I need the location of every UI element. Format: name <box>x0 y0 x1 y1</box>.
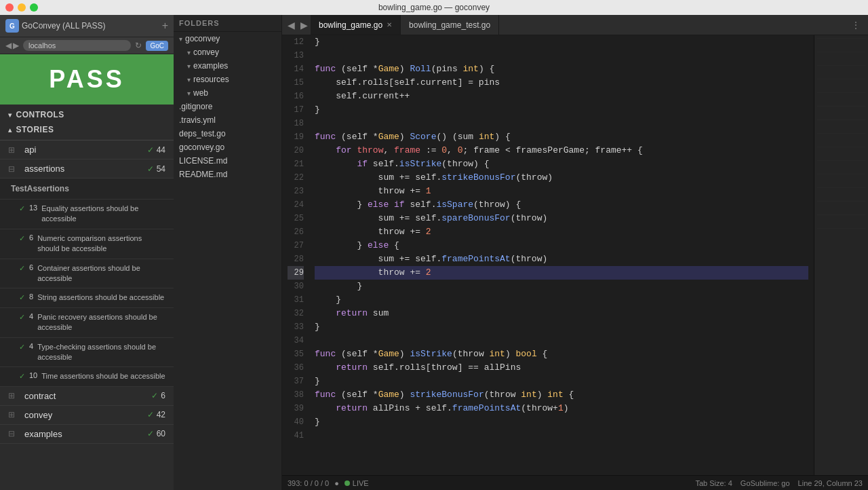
check-icon: ✓ <box>19 204 25 213</box>
minimize-button[interactable] <box>18 3 26 12</box>
maximize-button[interactable] <box>30 3 38 12</box>
controls-nav-item[interactable]: ▾ CONTROLS <box>0 107 174 122</box>
story-name: contract <box>24 391 151 401</box>
browser-title: GoConvey (ALL PASS) <box>22 21 159 31</box>
sub-text: Equality assertions should be accessible <box>41 204 165 225</box>
tree-arrow-icon: ▾ <box>187 90 191 97</box>
sub-text: Numeric comparison assertions should be … <box>37 233 165 255</box>
browser-bar: G GoConvey (ALL PASS) + <box>0 15 174 37</box>
controls-label: CONTROLS <box>16 110 64 119</box>
sub-item-numeric[interactable]: ✓ 6 Numeric comparison assertions should… <box>0 229 174 259</box>
story-expand-icon[interactable]: ⊞ <box>8 410 19 419</box>
tab-bar: ◀ ▶ bowling_game.go ✕ bowling_game_test.… <box>282 15 868 35</box>
tree-item-travis[interactable]: .travis.yml <box>174 113 281 127</box>
live-indicator: LIVE <box>344 479 369 487</box>
status-right: Tab Size: 4 GoSublime: go Line 29, Colum… <box>695 479 863 487</box>
status-divider: ● <box>334 479 339 487</box>
sub-text: String assertions should be accessible <box>37 293 164 303</box>
tab-prev-icon[interactable]: ◀ <box>285 20 298 31</box>
sub-item-equality[interactable]: ✓ 13 Equality assertions should be acces… <box>0 200 174 229</box>
story-name: assertions <box>24 164 147 174</box>
code-editor[interactable]: 12 13 14 15 16 17 18 19 20 21 22 23 24 2… <box>282 35 814 475</box>
story-name: convey <box>24 410 147 420</box>
sub-count: 13 <box>29 204 37 212</box>
close-button[interactable] <box>5 3 14 12</box>
live-label: LIVE <box>353 479 369 487</box>
window-title: bowling_game.go — goconvey <box>378 3 490 12</box>
tree-item-examples[interactable]: ▾ examples <box>174 59 281 73</box>
story-expand-icon[interactable]: ⊞ <box>8 391 19 400</box>
tab-bowling-game[interactable]: bowling_game.go ✕ <box>311 15 401 35</box>
check-icon: ✓ <box>19 293 25 302</box>
check-icon: ✓ <box>19 264 25 273</box>
check-icon: ✓ <box>19 343 25 352</box>
tree-item-resources[interactable]: ▾ resources <box>174 73 281 86</box>
stories-list: ⊞ api ✓ 44 ⊟ assertions ✓ 54 TestAsserti… <box>0 140 174 490</box>
sub-text: Container assertions should be accessibl… <box>37 263 165 284</box>
file-tree: FOLDERS ▾ goconvey ▾ convey ▾ examples ▾… <box>174 15 282 490</box>
tree-item-depstest[interactable]: deps_test.go <box>174 127 281 140</box>
stories-nav-item[interactable]: ▴ STORIES <box>0 122 174 137</box>
sub-count: 10 <box>29 371 37 379</box>
url-input[interactable] <box>23 40 131 51</box>
sub-count: 8 <box>29 293 33 301</box>
tree-item-readme[interactable]: README.md <box>174 168 281 181</box>
sub-text: Panic recovery assertions should be acce… <box>37 312 165 333</box>
url-bar: ◀ ▶ ↻ GoC <box>0 37 174 54</box>
tree-item-goconveygo[interactable]: goconvey.go <box>174 140 281 154</box>
story-expand-icon[interactable]: ⊟ <box>8 429 19 438</box>
tab-close-icon[interactable]: ✕ <box>387 21 392 29</box>
check-icon: ✓ <box>19 234 25 243</box>
status-bar: 393: 0 / 0 / 0 ● LIVE Tab Size: 4 GoSubl… <box>282 475 868 490</box>
tree-item-gitignore[interactable]: .gitignore <box>174 100 281 113</box>
tab-label: bowling_game.go <box>319 20 382 30</box>
story-count: ✓ 60 <box>147 429 165 438</box>
tab-bowling-game-test[interactable]: bowling_game_test.go <box>401 15 499 35</box>
titlebar: bowling_game.go — goconvey <box>0 0 868 15</box>
status-left: 393: 0 / 0 / 0 ● LIVE <box>288 479 369 487</box>
story-item-convey[interactable]: ⊞ convey ✓ 42 <box>0 406 174 425</box>
sub-item-typechecking[interactable]: ✓ 4 Type-checking assertions should be a… <box>0 338 174 368</box>
tree-item-convey[interactable]: ▾ convey <box>174 45 281 59</box>
sub-item-container[interactable]: ✓ 6 Container assertions should be acces… <box>0 259 174 289</box>
tree-item-goconvey[interactable]: ▾ goconvey <box>174 32 281 45</box>
search-button[interactable]: GoC <box>146 41 168 51</box>
forward-button[interactable]: ▶ <box>13 41 19 50</box>
folders-header: FOLDERS <box>174 15 281 32</box>
story-item-api[interactable]: ⊞ api ✓ 44 <box>0 140 174 159</box>
minimap-toggle[interactable]: ⋮ <box>846 20 865 30</box>
minimap <box>814 35 868 475</box>
sub-item-panic[interactable]: ✓ 4 Panic recovery assertions should be … <box>0 308 174 338</box>
cursor-info: Line 29, Column 23 <box>798 479 863 487</box>
sub-item-string[interactable]: ✓ 8 String assertions should be accessib… <box>0 288 174 307</box>
tree-arrow-icon: ▾ <box>187 76 191 83</box>
back-button[interactable]: ◀ <box>5 41 12 50</box>
refresh-button[interactable]: ↻ <box>135 41 142 50</box>
sub-item-time[interactable]: ✓ 10 Time assertions should be accessibl… <box>0 367 174 386</box>
code-content[interactable]: } func (self *Game) Roll(pins int) { sel… <box>309 35 814 475</box>
story-collapse-icon[interactable]: ⊟ <box>8 164 19 174</box>
tree-item-license[interactable]: LICENSE.md <box>174 154 281 168</box>
story-item-assertions[interactable]: ⊟ assertions ✓ 54 <box>0 159 174 178</box>
tab-label: bowling_game_test.go <box>409 20 490 30</box>
stories-label: STORIES <box>16 125 54 134</box>
story-expand-icon[interactable]: ⊞ <box>8 145 19 155</box>
editor-name: GoSublime: go <box>741 479 790 487</box>
test-assertions-header: TestAssertions <box>0 178 174 200</box>
new-tab-button[interactable]: + <box>162 20 168 32</box>
pass-text: PASS <box>49 65 124 94</box>
story-item-contract[interactable]: ⊞ contract ✓ 6 <box>0 387 174 406</box>
pass-banner: PASS <box>0 54 174 105</box>
main-container: G GoConvey (ALL PASS) + ◀ ▶ ↻ GoC PASS ▾… <box>0 15 868 490</box>
tab-next-icon[interactable]: ▶ <box>298 20 311 31</box>
sidebar: G GoConvey (ALL PASS) + ◀ ▶ ↻ GoC PASS ▾… <box>0 15 174 490</box>
sub-text: Time assertions should be accessible <box>41 371 165 381</box>
nav-section: ▾ CONTROLS ▴ STORIES <box>0 105 174 140</box>
story-item-examples[interactable]: ⊟ examples ✓ 60 <box>0 425 174 444</box>
story-name: api <box>24 145 147 155</box>
tree-item-web[interactable]: ▾ web <box>174 86 281 100</box>
window-controls[interactable] <box>5 3 38 12</box>
check-icon: ✓ <box>19 313 25 322</box>
live-dot-icon <box>344 480 350 486</box>
story-count: ✓ 6 <box>151 391 165 400</box>
